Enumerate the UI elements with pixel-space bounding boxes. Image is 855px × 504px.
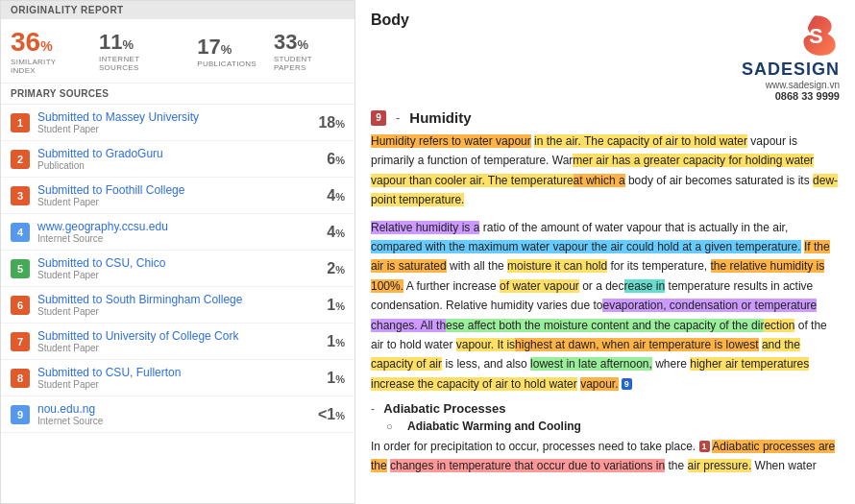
source-pct-7: 1% <box>311 333 345 350</box>
source-type-3: Student Paper <box>37 197 311 207</box>
brand-phone: 0868 33 9999 <box>775 90 840 102</box>
originality-header: ORIGINALITY REPORT <box>1 1 354 19</box>
subsection-title: Adiabatic Processes <box>383 401 505 416</box>
source-info-6: Submitted to South Birmingham College St… <box>37 293 311 317</box>
source-item-9[interactable]: 9 nou.edu.ng Internet Source <1% <box>1 396 354 433</box>
source-type-7: Student Paper <box>37 343 311 353</box>
source-name-2: Submitted to GradoGuru <box>37 147 311 160</box>
source-num-1: 1 <box>11 113 30 132</box>
source-name-4: www.geography.ccsu.edu <box>37 220 311 233</box>
brand-name: SADESIGN <box>742 60 840 80</box>
svg-text:S: S <box>809 24 822 48</box>
source-item-1[interactable]: 1 Submitted to Massey University Student… <box>1 105 354 141</box>
stat-student: 33% STUDENT PAPERS <box>274 32 345 72</box>
section-heading: Humidity <box>409 109 471 126</box>
source-item-7[interactable]: 7 Submitted to University of College Cor… <box>1 324 354 360</box>
source-info-9: nou.edu.ng Internet Source <box>37 402 311 426</box>
source-item-4[interactable]: 4 www.geography.ccsu.edu Internet Source… <box>1 214 354 251</box>
source-pct-6: 1% <box>311 297 345 314</box>
right-header: Body S SADESIGN www.sadesign.vn 0868 33 … <box>371 12 840 102</box>
source-info-5: Submitted to CSU, Chico Student Paper <box>37 256 311 280</box>
stat-internet: 11% INTERNET SOURCES <box>99 32 180 72</box>
source-num-6: 6 <box>11 296 30 315</box>
source-name-6: Submitted to South Birmingham College <box>37 293 311 306</box>
source-pct-3: 4% <box>311 187 345 204</box>
source-pct-1: 18% <box>311 114 345 132</box>
source-info-8: Submitted to CSU, Fullerton Student Pape… <box>37 366 311 390</box>
source-num-8: 8 <box>11 369 30 388</box>
similarity-value: 36% <box>11 29 53 56</box>
source-type-5: Student Paper <box>37 270 311 280</box>
source-name-7: Submitted to University of College Cork <box>37 329 311 343</box>
brand-icon: S <box>792 12 840 60</box>
source-item-2[interactable]: 2 Submitted to GradoGuru Publication 6% <box>1 141 354 178</box>
publications-label: PUBLICATIONS <box>197 60 256 68</box>
primary-sources-header: PRIMARY SOURCES <box>1 84 354 105</box>
source-pct-2: 6% <box>311 151 345 168</box>
subsubsection: ○ Adiabatic Warming and Cooling <box>386 420 840 433</box>
source-name-5: Submitted to CSU, Chico <box>37 256 311 270</box>
para1: Humidity refers to water vapour in the a… <box>371 132 840 210</box>
internet-value: 11% <box>99 32 134 53</box>
stat-similarity: 36% SIMILARITY INDEX <box>11 29 82 75</box>
source-item-6[interactable]: 6 Submitted to South Birmingham College … <box>1 287 354 324</box>
student-label: STUDENT PAPERS <box>274 55 345 72</box>
section-title: 9 - Humidity <box>371 109 840 126</box>
source-type-8: Student Paper <box>37 379 311 390</box>
source-name-9: nou.edu.ng <box>37 402 311 416</box>
source-type-6: Student Paper <box>37 306 311 317</box>
publications-value: 17% <box>197 36 232 58</box>
source-info-1: Submitted to Massey University Student P… <box>37 110 311 134</box>
para3: In order for precipitation to occur, pro… <box>371 437 840 476</box>
stats-row: 36% SIMILARITY INDEX 11% INTERNET SOURCE… <box>1 19 354 84</box>
sources-list: 1 Submitted to Massey University Student… <box>1 105 354 503</box>
source-info-7: Submitted to University of College Cork … <box>37 329 311 353</box>
source-item-3[interactable]: 3 Submitted to Foothill College Student … <box>1 178 354 214</box>
source-pct-8: 1% <box>311 370 345 387</box>
source-pct-5: 2% <box>311 260 345 277</box>
source-name-1: Submitted to Massey University <box>37 110 311 124</box>
source-name-8: Submitted to CSU, Fullerton <box>37 366 311 379</box>
source-num-2: 2 <box>11 150 30 169</box>
source-num-9: 9 <box>11 405 30 424</box>
stat-publications: 17% PUBLICATIONS <box>197 36 256 68</box>
source-item-5[interactable]: 5 Submitted to CSU, Chico Student Paper … <box>1 251 354 287</box>
source-num-7: 7 <box>11 332 30 351</box>
source-item-8[interactable]: 8 Submitted to CSU, Fullerton Student Pa… <box>1 360 354 396</box>
student-value: 33% <box>274 32 308 53</box>
subsub-title: Adiabatic Warming and Cooling <box>407 420 581 433</box>
source-type-2: Publication <box>37 160 311 171</box>
source-name-3: Submitted to Foothill College <box>37 183 311 197</box>
source-pct-9: <1% <box>311 406 345 423</box>
source-pct-4: 4% <box>311 224 345 241</box>
source-type-4: Internet Source <box>37 233 311 244</box>
source-num-5: 5 <box>11 259 30 278</box>
brand-url: www.sadesign.vn <box>766 80 840 90</box>
body-title: Body <box>371 12 409 29</box>
section-num-badge: 9 <box>371 110 386 126</box>
brand-logo: S SADESIGN www.sadesign.vn 0868 33 9999 <box>742 12 840 102</box>
source-info-4: www.geography.ccsu.edu Internet Source <box>37 220 311 244</box>
source-type-9: Internet Source <box>37 416 311 426</box>
similarity-label: SIMILARITY INDEX <box>11 58 82 75</box>
left-panel: ORIGINALITY REPORT 36% SIMILARITY INDEX … <box>0 0 355 504</box>
source-num-3: 3 <box>11 186 30 205</box>
right-panel: Body S SADESIGN www.sadesign.vn 0868 33 … <box>355 0 855 504</box>
source-info-3: Submitted to Foothill College Student Pa… <box>37 183 311 207</box>
para2: Relative humidity is a ratio of the amou… <box>371 218 840 395</box>
source-num-4: 4 <box>11 223 30 242</box>
source-type-1: Student Paper <box>37 124 311 134</box>
source-info-2: Submitted to GradoGuru Publication <box>37 147 311 171</box>
internet-label: INTERNET SOURCES <box>99 55 180 72</box>
subsection-adiabatic: - Adiabatic Processes <box>371 401 840 416</box>
